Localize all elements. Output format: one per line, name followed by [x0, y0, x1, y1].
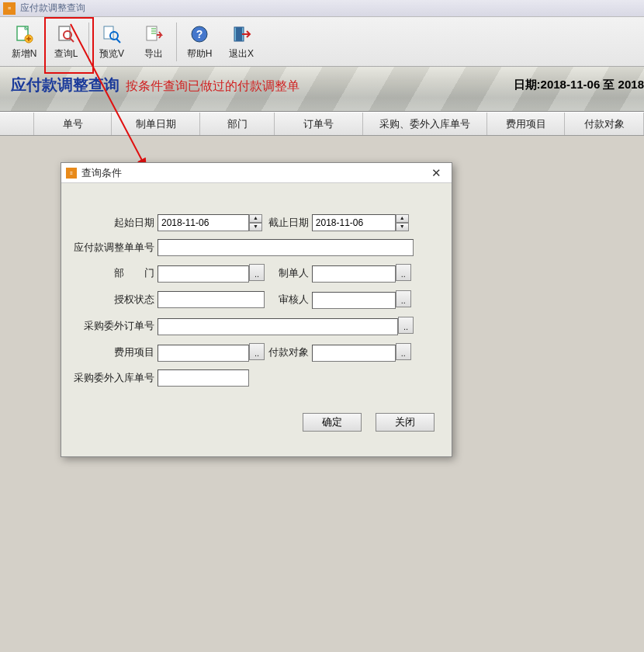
grid-col-dept[interactable]: 部门: [200, 113, 275, 135]
end-date-spin-down[interactable]: ▼: [396, 223, 409, 231]
new-label: 新增N: [12, 47, 37, 61]
auth-state-label: 授权状态: [74, 290, 158, 309]
maker-label: 制单人: [267, 264, 311, 283]
page-title: 应付款调整查询: [11, 76, 119, 93]
query-conditions-dialog: ≡ 查询条件 ✕ 起始日期 ▲ ▼: [61, 162, 452, 457]
start-date-spin-down[interactable]: ▼: [249, 223, 262, 231]
grn-no-input[interactable]: [158, 369, 249, 387]
page-date-range: 日期:2018-11-06 至 2018: [514, 78, 644, 92]
end-date-label: 截止日期: [267, 214, 311, 231]
grid-col-docno[interactable]: 单号: [34, 113, 112, 135]
grid-col-order[interactable]: 订单号: [275, 113, 363, 135]
start-date-label: 起始日期: [74, 214, 158, 231]
doc-no-input[interactable]: [158, 239, 414, 256]
grid-col-grn[interactable]: 采购、委外入库单号: [363, 113, 487, 135]
dialog-titlebar[interactable]: ≡ 查询条件 ✕: [61, 163, 452, 183]
po-no-input[interactable]: [158, 318, 398, 335]
po-no-lookup-button[interactable]: ..: [398, 317, 414, 334]
svg-text:?: ?: [196, 28, 203, 40]
page-header: 应付款调整查询 按条件查询已做过的付款调整单 日期:2018-11-06 至 2…: [0, 67, 644, 112]
fee-item-input[interactable]: [158, 345, 249, 362]
po-no-label: 采购委外订单号: [74, 317, 158, 335]
toolbar-separator: [88, 23, 89, 61]
app-icon: ≡: [66, 168, 77, 179]
maker-lookup-button[interactable]: ..: [396, 264, 411, 281]
window-title: 应付款调整查询: [20, 2, 85, 15]
auth-state-input[interactable]: [158, 291, 265, 308]
dialog-body: 起始日期 ▲ ▼ 截止日期: [61, 183, 452, 402]
auditor-label: 审核人: [267, 290, 311, 309]
dialog-button-bar: 确定 关闭: [61, 402, 452, 442]
window-titlebar[interactable]: ≡ 应付款调整查询: [0, 0, 644, 17]
help-label: 帮助H: [187, 47, 213, 61]
fee-item-lookup-button[interactable]: ..: [249, 343, 265, 360]
grid-col-date[interactable]: 制单日期: [112, 113, 200, 135]
maker-input[interactable]: [312, 265, 396, 283]
toolbar: 新增N 查询L 预览V 导出 ? 帮助H: [0, 17, 644, 67]
svg-line-7: [116, 39, 120, 43]
toolbar-separator: [176, 23, 177, 61]
payee-input[interactable]: [312, 345, 396, 362]
svg-rect-12: [236, 27, 242, 41]
query-button[interactable]: 查询L: [45, 19, 87, 64]
exit-label: 退出X: [229, 47, 254, 61]
exit-icon: [231, 24, 251, 44]
end-date-spin-up[interactable]: ▲: [396, 214, 409, 223]
close-button[interactable]: 关闭: [376, 413, 435, 432]
auditor-lookup-button[interactable]: ..: [396, 290, 411, 307]
start-date-spin-up[interactable]: ▲: [249, 214, 262, 223]
payee-label: 付款对象: [267, 343, 311, 362]
ok-button[interactable]: 确定: [303, 413, 362, 432]
grid-col-payee[interactable]: 付款对象: [565, 113, 644, 135]
dept-input[interactable]: [158, 265, 249, 283]
dept-lookup-button[interactable]: ..: [249, 264, 265, 281]
preview-label: 预览V: [99, 47, 124, 61]
help-icon: ?: [189, 24, 209, 44]
new-icon: [14, 24, 34, 44]
preview-icon: [102, 24, 122, 44]
end-date-input[interactable]: [312, 214, 396, 231]
export-label: 导出: [144, 47, 163, 61]
start-date-input[interactable]: [158, 214, 249, 231]
dialog-title: 查询条件: [81, 166, 122, 180]
page-subtitle: 按条件查询已做过的付款调整单: [126, 79, 299, 92]
export-icon: [144, 24, 164, 44]
grid-col-fee[interactable]: 费用项目: [487, 113, 565, 135]
new-button[interactable]: 新增N: [3, 19, 45, 64]
app-icon: ≡: [3, 2, 16, 15]
preview-button[interactable]: 预览V: [91, 19, 133, 64]
grid-col-selector[interactable]: [0, 113, 34, 135]
doc-no-label: 应付款调整单单号: [74, 239, 158, 256]
auditor-input[interactable]: [312, 292, 396, 309]
query-label: 查询L: [54, 47, 78, 61]
payee-lookup-button[interactable]: ..: [396, 343, 411, 360]
grid-header-row: 单号 制单日期 部门 订单号 采购、委外入库单号 费用项目 付款对象: [0, 113, 644, 136]
exit-button[interactable]: 退出X: [220, 19, 262, 64]
main-window: ≡ 应付款调整查询 新增N 查询L 预览V 导出: [0, 0, 644, 652]
fee-item-label: 费用项目: [74, 343, 158, 362]
help-button[interactable]: ? 帮助H: [178, 19, 220, 64]
grn-no-label: 采购委外入库单号: [74, 369, 158, 387]
query-icon: [56, 24, 76, 44]
export-button[interactable]: 导出: [133, 19, 175, 64]
dept-label: 部 门: [74, 264, 158, 283]
dialog-close-button[interactable]: ✕: [425, 166, 447, 180]
